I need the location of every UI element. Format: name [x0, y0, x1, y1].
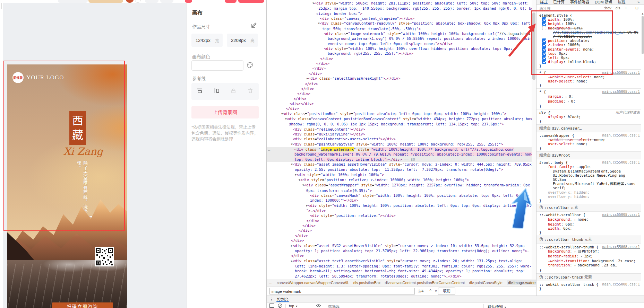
css-property[interactable]: overflow-y: hidden;: [539, 194, 640, 199]
dom-tree-line[interactable]: <div class="canvasMask" style="width: 10…: [267, 193, 532, 198]
topbar-button[interactable]: [88, 0, 123, 3]
upload-background-button[interactable]: 上传背景图: [191, 106, 259, 118]
filter-toggle-[interactable]: +: [625, 6, 627, 10]
topbar-button[interactable]: [145, 0, 158, 3]
console-sidebar-icon[interactable]: [269, 303, 274, 308]
palette-icon[interactable]: [247, 62, 254, 69]
breadcrumb-item[interactable]: div.paintCanvaStyle: [469, 281, 502, 285]
dom-tree-line[interactable]: </div>: [267, 91, 532, 96]
topbar-button[interactable]: [135, 0, 141, 3]
dom-tree-line[interactable]: background_watermark1.svg") 0% 0% / 79.6…: [267, 152, 532, 157]
property-checkbox[interactable]: [542, 47, 546, 51]
property-checkbox[interactable]: [542, 17, 546, 21]
breadcrumb-item[interactable]: canvasWrapper.canvasWrapperCanvasAll.: [277, 281, 349, 285]
stylesheet-link[interactable]: main.cc55008.css:1: [602, 160, 640, 165]
css-property[interactable]: -webkit-user-select: none;: [539, 138, 640, 142]
scroll-up-icon[interactable]: ▲: [641, 12, 644, 15]
dom-tree-line[interactable]: </div>: [267, 61, 532, 66]
css-selector[interactable]: element.style {: [539, 13, 640, 17]
css-property[interactable]: top: 0px;: [539, 51, 640, 55]
dom-tree-line[interactable]: ▶<div class="asset text3 assetHoverVisib…: [267, 258, 532, 264]
dom-tree-line[interactable]: </div>: [267, 71, 532, 76]
css-selector[interactable]: main.cc55008.css:1::-webkit-scrollbar {: [539, 213, 640, 217]
css-selector[interactable]: main.cc55008.css:1::-webkit-scrollbar-th…: [539, 245, 640, 249]
css-selector[interactable]: main.cc55008.css:1.canvasWrapper {: [539, 133, 640, 138]
topbar-button[interactable]: [225, 0, 237, 3]
css-property[interactable]: transition: ▸ background .2s ea…: [539, 263, 640, 268]
dom-tree-line[interactable]: </div>: [267, 233, 532, 238]
kebab-menu-icon[interactable]: ⋮: [269, 297, 274, 302]
dom-tree-line[interactable]: ▼<div style="width: 100%; height: 100%;"…: [267, 172, 532, 177]
dom-tree-line[interactable]: </div>: [267, 218, 532, 223]
breadcrumb-item[interactable]: div.posistionBox: [353, 281, 381, 285]
topbar-button[interactable]: [126, 0, 134, 3]
styles-scrollbar[interactable]: ▲: [641, 12, 644, 116]
stylesheet-link[interactable]: main.cc55008.css:1: [602, 133, 640, 138]
dom-tree-line[interactable]: </div>: [267, 86, 532, 91]
dom-tree-line[interactable]: ▼<div class="asset image1 assetHoverVisi…: [267, 162, 532, 167]
property-checkbox[interactable]: [542, 60, 546, 64]
css-property[interactable]: pointer-events: none;: [539, 47, 640, 51]
css-property[interactable]: font-family: -apple-: [539, 165, 640, 169]
lock-guides-icon[interactable]: [230, 88, 237, 95]
stylesheet-link[interactable]: main.cc55008.css:1: [602, 213, 640, 217]
dom-tree-line[interactable]: </div>: [267, 81, 532, 86]
search-input[interactable]: [269, 288, 415, 294]
width-field[interactable]: 1242px 宽: [191, 34, 223, 47]
poster-title-box[interactable]: 西 藏: [69, 111, 86, 145]
dom-tree-line[interactable]: ▶<div style="width: 100%; height: 100%; …: [267, 203, 532, 208]
dom-tree-line[interactable]: </div>: [267, 228, 532, 233]
dom-tree-line[interactable]: ▼<div class="canvasContent-readOnly" sty…: [267, 21, 532, 26]
poster-cta-banner[interactable]: 扫码立即咨询: [52, 302, 113, 308]
styles-tab-1[interactable]: 已计算: [553, 0, 565, 4]
topbar-button[interactable]: [185, 0, 192, 3]
css-property[interactable]: Francisco,Microsoft YaHei,微软雅黑,sans-: [539, 182, 640, 186]
filter-toggle-hov[interactable]: :hov: [604, 6, 611, 10]
dom-tree-line[interactable]: <div class="image-watermark" style="widt…: [267, 147, 532, 152]
filter-toggle-cls[interactable]: .cls: [615, 6, 620, 10]
dom-tree-line[interactable]: sizing: border-box;">: [267, 11, 532, 16]
poster-title-en[interactable]: Xi Zang: [59, 146, 108, 157]
dom-tree-line[interactable]: events: none; top: 0px; left: 0px; displ…: [267, 41, 532, 46]
breadcrumb-item[interactable]: div.image-watermark: [507, 280, 536, 285]
dom-tree-line[interactable]: <div class="collaborative-users-selects"…: [267, 137, 532, 141]
scrollbar-thumb[interactable]: [532, 12, 535, 80]
poster-canvas[interactable]: 图怪兽 YOUR LOGO 西 藏 Xi Zang 除了天堂唯有西藏，洗涤灵魂。…: [7, 64, 127, 308]
property-checkbox[interactable]: [542, 55, 546, 60]
dom-tree-line[interactable]: break: break-all; writing-mode: horizont…: [267, 269, 532, 273]
topbar-button[interactable]: [238, 0, 264, 3]
css-property[interactable]: -webkit-user-select: none;: [539, 75, 640, 79]
dom-tree-line[interactable]: <div style="width: 100%; height: 100%; o…: [267, 46, 532, 51]
add-horizontal-guide-icon[interactable]: [197, 88, 203, 95]
topbar-button[interactable]: [160, 0, 173, 3]
css-selector[interactable]: main.cc55008.css:1* {: [539, 90, 640, 94]
css-property[interactable]: background: url(: [539, 26, 640, 30]
styles-tab-0[interactable]: 样式: [540, 0, 548, 4]
height-field[interactable]: 2208px 高: [227, 34, 258, 47]
add-vertical-guide-icon[interactable]: [214, 88, 220, 95]
dom-tree-line[interactable]: 0px; transform: scale(0.35);">: [267, 188, 532, 193]
dom-tree-line[interactable]: ▼<div class="canvasContent posistionBoxC…: [267, 116, 532, 122]
css-property[interactable]: -webkit-transition: background .2s ease;: [539, 259, 640, 263]
property-checkbox[interactable]: [542, 43, 546, 47]
property-checkbox[interactable]: [542, 26, 546, 30]
stylesheet-link[interactable]: main.cc55008.css:1: [602, 90, 640, 94]
css-selector[interactable]: main.cc55008.css:1::-webkit-scrollbar-tr…: [539, 282, 640, 287]
canvas-area[interactable]: 图怪兽 YOUR LOGO 西 藏 Xi Zang 除了天堂唯有西藏，洗涤灵魂。…: [3, 3, 187, 308]
log-level-selector[interactable]: 默认级别 ▼: [488, 304, 507, 308]
filter-toggle-[interactable]: ⊡: [635, 6, 638, 10]
dom-tree-line[interactable]: </div>: [267, 106, 532, 111]
styles-filter-input[interactable]: 筛选器: [539, 6, 551, 12]
dom-tree-line[interactable]: </div>: [267, 56, 532, 61]
css-property[interactable]: system,BlinkMacSystemFont,Segoe: [539, 169, 640, 173]
css-property[interactable]: //s.tuguaishou.com/background_w…) 0% 0%: [539, 30, 640, 34]
dom-tree-line[interactable]: <div></div>: [267, 101, 532, 106]
dom-tree-line[interactable]: ▼<div style="position: relative; z-index…: [267, 177, 532, 183]
css-property[interactable]: border-radius: ▸ 3px;: [539, 254, 640, 259]
dom-tree-line[interactable]: ▼<div class="posistionBox" style="positi…: [267, 111, 532, 116]
stylesheet-link[interactable]: main.cc55008.css:1: [602, 282, 640, 287]
css-selector[interactable]: main.cc55008.css:1#root, body {: [539, 160, 640, 165]
styles-tab-3[interactable]: DOM 断点: [595, 0, 612, 4]
css-property[interactable]: margin: ▸ 0;: [539, 94, 640, 99]
css-property[interactable]: width: 6px;: [539, 226, 640, 230]
